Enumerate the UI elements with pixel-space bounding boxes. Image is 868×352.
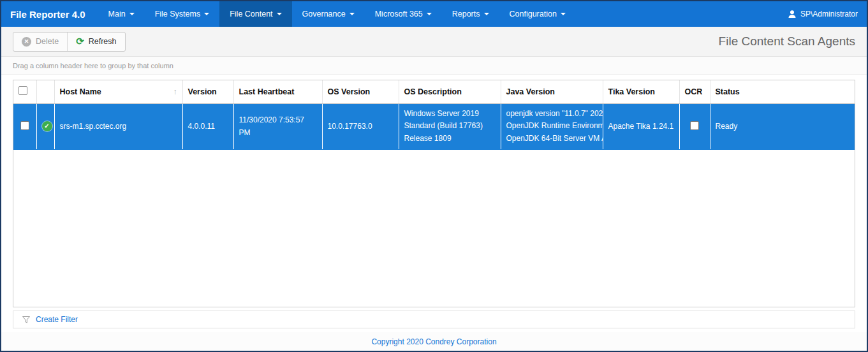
col-ocr[interactable]: OCR xyxy=(679,80,710,103)
chevron-down-icon xyxy=(561,13,566,15)
delete-icon: ✕ xyxy=(22,37,31,47)
table-header-row: Host Name ↑ Version Last Heartbeat OS Ve… xyxy=(13,80,855,103)
toolbar-button-group: ✕ Delete ⟳ Refresh xyxy=(13,32,126,52)
toolbar: ✕ Delete ⟳ Refresh File Content Scan Age… xyxy=(1,27,867,57)
select-all-checkbox[interactable] xyxy=(18,86,27,95)
user-name: SP\Administrator xyxy=(800,10,858,18)
agents-table: Host Name ↑ Version Last Heartbeat OS Ve… xyxy=(13,80,855,150)
copyright: Copyright 2020 Condrey Corporation xyxy=(1,332,867,351)
nav-item-governance[interactable]: Governance xyxy=(292,1,365,27)
sort-ascending-icon: ↑ xyxy=(173,87,177,96)
col-tika-version[interactable]: Tika Version xyxy=(603,80,679,103)
filter-funnel-icon xyxy=(22,316,30,323)
cell-select xyxy=(13,103,36,149)
user-icon xyxy=(788,10,797,18)
chevron-down-icon xyxy=(349,13,355,15)
group-by-hint-text: Drag a column header here to group by th… xyxy=(13,62,173,70)
cell-status: Ready xyxy=(710,103,855,149)
cell-agent-status-icon: ✓ xyxy=(36,103,54,149)
nav-item-label: Configuration xyxy=(510,10,557,18)
chevron-down-icon xyxy=(204,13,209,15)
agents-grid: Host Name ↑ Version Last Heartbeat OS Ve… xyxy=(13,80,855,307)
col-status[interactable]: Status xyxy=(710,80,855,103)
create-filter-link[interactable]: Create Filter xyxy=(36,315,78,324)
nav-item-label: Main xyxy=(108,10,126,18)
nav-item-configuration[interactable]: Configuration xyxy=(499,1,576,27)
grid-area: Host Name ↑ Version Last Heartbeat OS Ve… xyxy=(1,75,867,307)
row-checkbox[interactable] xyxy=(20,121,29,130)
nav-item-microsoft-365[interactable]: Microsoft 365 xyxy=(365,1,442,27)
group-by-bar[interactable]: Drag a column header here to group by th… xyxy=(1,57,867,75)
main-menu: Main File Systems File Content Governanc… xyxy=(98,1,576,27)
nav-item-main[interactable]: Main xyxy=(98,1,145,27)
agent-online-icon: ✓ xyxy=(42,121,52,131)
app-brand: File Reporter 4.0 xyxy=(1,1,98,27)
refresh-button-label: Refresh xyxy=(89,37,117,46)
col-agent-status-icon xyxy=(36,80,54,103)
delete-button[interactable]: ✕ Delete xyxy=(13,33,67,51)
nav-item-label: Governance xyxy=(302,10,346,18)
col-host-name-label: Host Name xyxy=(60,87,101,96)
cell-os-version: 10.0.17763.0 xyxy=(322,103,399,149)
cell-ocr xyxy=(679,103,710,149)
col-version[interactable]: Version xyxy=(182,80,233,103)
cell-os-description: Windows Server 2019 Standard (Build 1776… xyxy=(399,103,501,149)
cell-tika-version: Apache Tika 1.24.1 xyxy=(603,103,679,149)
col-select xyxy=(13,80,36,103)
delete-button-label: Delete xyxy=(36,37,59,46)
col-os-description[interactable]: OS Description xyxy=(399,80,501,103)
nav-item-reports[interactable]: Reports xyxy=(442,1,499,27)
col-java-version[interactable]: Java Version xyxy=(501,80,603,103)
cell-last-heartbeat: 11/30/2020 7:53:57 PM xyxy=(233,103,322,149)
chevron-down-icon xyxy=(277,13,282,15)
page-title: File Content Scan Agents xyxy=(719,34,855,48)
col-os-version[interactable]: OS Version xyxy=(322,80,399,103)
col-host-name[interactable]: Host Name ↑ xyxy=(54,80,182,103)
nav-item-label: Microsoft 365 xyxy=(375,10,423,18)
chevron-down-icon xyxy=(129,13,135,15)
cell-version: 4.0.0.11 xyxy=(182,103,233,149)
top-nav: File Reporter 4.0 Main File Systems File… xyxy=(1,1,867,27)
nav-item-label: File Systems xyxy=(155,10,201,18)
cell-host-name: srs-m1.sp.cctec.org xyxy=(54,103,182,149)
col-last-heartbeat[interactable]: Last Heartbeat xyxy=(233,80,322,103)
user-account[interactable]: SP\Administrator xyxy=(779,1,867,27)
nav-item-label: Reports xyxy=(452,10,480,18)
ocr-checkbox[interactable] xyxy=(690,121,699,130)
cell-java-version: openjdk version "11.0.7" 2020 OpenJDK Ru… xyxy=(501,103,603,149)
nav-item-file-systems[interactable]: File Systems xyxy=(145,1,220,27)
nav-item-file-content[interactable]: File Content xyxy=(219,1,291,27)
file-reporter-window: File Reporter 4.0 Main File Systems File… xyxy=(0,0,868,352)
chevron-down-icon xyxy=(484,13,489,15)
refresh-button[interactable]: ⟳ Refresh xyxy=(67,33,124,51)
refresh-icon: ⟳ xyxy=(76,36,84,46)
chevron-down-icon xyxy=(427,13,432,15)
nav-item-label: File Content xyxy=(230,10,272,18)
create-filter-bar[interactable]: Create Filter xyxy=(13,311,855,328)
table-row[interactable]: ✓ srs-m1.sp.cctec.org 4.0.0.11 11/30/202… xyxy=(13,103,855,149)
